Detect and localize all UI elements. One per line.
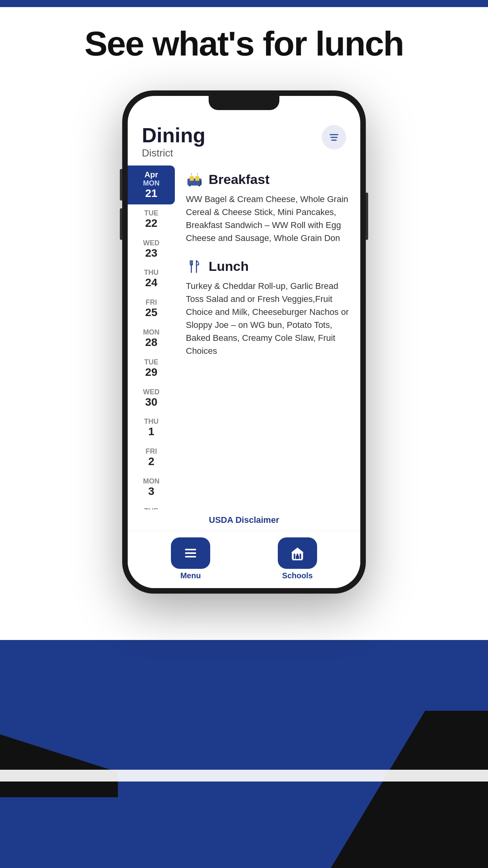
breakfast-title: Breakfast (209, 172, 270, 187)
svg-rect-10 (185, 549, 196, 550)
menu-content: Breakfast WW Bagel & Cream Cheese, Whole… (175, 166, 360, 509)
page-title: See what's for lunch (0, 24, 488, 64)
date-item-29[interactable]: TUE 29 (128, 353, 175, 383)
date-item-3[interactable]: MON 3 (128, 473, 175, 502)
date-day-name: TUE (134, 209, 169, 217)
decorative-stripe (0, 770, 488, 782)
breakfast-description: WW Bagel & Cream Cheese, Whole Grain Cer… (186, 193, 349, 245)
svg-rect-18 (296, 555, 299, 559)
date-sidebar: Apr MON 21 TUE 22 WED 23 THU 24 FRI 25 M… (128, 166, 175, 509)
nav-item-schools[interactable]: Schools (278, 537, 317, 580)
app-subtitle: District (142, 147, 205, 159)
svg-rect-1 (190, 176, 194, 181)
bottom-nav: Menu (128, 531, 360, 588)
decorative-shape-right (331, 711, 488, 868)
top-bar (0, 0, 488, 7)
breakfast-section: Breakfast WW Bagel & Cream Cheese, Whole… (186, 172, 349, 245)
date-day-name: FRI (134, 447, 169, 456)
date-day-name: WED (134, 239, 169, 247)
date-item-21[interactable]: Apr MON 21 (128, 166, 175, 204)
date-item-1[interactable]: THU 1 (128, 413, 175, 443)
date-day-name: MON (134, 477, 169, 485)
date-day-name: MON (134, 328, 169, 337)
school-icon (290, 546, 305, 561)
date-number: 30 (134, 396, 169, 408)
lunch-title: Lunch (209, 259, 249, 274)
svg-rect-11 (185, 552, 196, 554)
date-month: Apr (134, 170, 169, 179)
date-number: 2 (134, 456, 169, 468)
breakfast-header: Breakfast (186, 172, 349, 187)
menu-nav-label: Menu (180, 571, 201, 580)
bottom-area (0, 640, 488, 868)
date-number: 23 (134, 247, 169, 259)
date-day-name: MON (134, 179, 169, 188)
svg-rect-5 (198, 185, 200, 186)
lunch-icon (186, 259, 203, 274)
breakfast-icon (186, 173, 203, 187)
date-number: 24 (134, 277, 169, 289)
app-header: Dining District (128, 116, 360, 166)
date-item-23[interactable]: WED 23 (128, 234, 175, 264)
svg-rect-0 (187, 178, 202, 186)
svg-rect-3 (200, 181, 202, 185)
date-day-name: FRI (134, 298, 169, 307)
volume-up-button (120, 169, 122, 200)
lunch-section: Lunch Turkey & Cheddar Roll-up, Garlic B… (186, 259, 349, 357)
svg-rect-4 (189, 185, 191, 186)
schools-nav-label: Schools (282, 571, 313, 580)
screen-content: Dining District Apr MON (128, 96, 360, 588)
date-day-name: THU (134, 268, 169, 277)
date-item-2[interactable]: FRI 2 (128, 443, 175, 473)
menu-icon (183, 546, 198, 561)
date-day-name: WED (134, 388, 169, 396)
filter-button[interactable] (322, 125, 346, 149)
decorative-shape-left (0, 734, 118, 797)
date-number: 3 (134, 485, 169, 498)
phone-mockup: Dining District Apr MON (122, 90, 366, 594)
date-number: 29 (134, 366, 169, 379)
date-item-4[interactable]: TUE 4 (128, 502, 175, 509)
date-item-24[interactable]: THU 24 (128, 264, 175, 294)
date-item-30[interactable]: WED 30 (128, 383, 175, 413)
menu-nav-icon-bg (171, 537, 210, 569)
date-number: 22 (134, 217, 169, 230)
svg-rect-17 (300, 554, 301, 559)
phone-screen: Dining District Apr MON (128, 96, 360, 588)
volume-down-button (120, 208, 122, 240)
svg-marker-14 (291, 548, 304, 553)
phone-notch (209, 96, 279, 110)
lunch-description: Turkey & Cheddar Roll-up, Garlic Bread T… (186, 280, 349, 357)
date-day-name: TUE (134, 507, 169, 509)
date-day-name: THU (134, 417, 169, 426)
date-number: 28 (134, 337, 169, 349)
date-number: 1 (134, 426, 169, 438)
date-item-25[interactable]: FRI 25 (128, 294, 175, 324)
usda-disclaimer[interactable]: USDA Disclaimer (128, 509, 360, 531)
svg-rect-15 (294, 554, 295, 559)
date-item-22[interactable]: TUE 22 (128, 204, 175, 234)
svg-rect-19 (292, 559, 302, 560)
lunch-header: Lunch (186, 259, 349, 274)
power-button (366, 193, 368, 240)
date-day-name: TUE (134, 358, 169, 366)
date-item-28[interactable]: MON 28 (128, 324, 175, 353)
filter-icon (330, 134, 338, 141)
svg-rect-12 (185, 556, 196, 557)
schools-nav-icon-bg (278, 537, 317, 569)
date-number: 25 (134, 307, 169, 319)
main-area: Apr MON 21 TUE 22 WED 23 THU 24 FRI 25 M… (128, 166, 360, 509)
app-title: Dining (142, 125, 205, 145)
header-text: Dining District (142, 125, 205, 159)
nav-item-menu[interactable]: Menu (171, 537, 210, 580)
date-number: 21 (134, 188, 169, 200)
svg-rect-2 (195, 176, 199, 181)
